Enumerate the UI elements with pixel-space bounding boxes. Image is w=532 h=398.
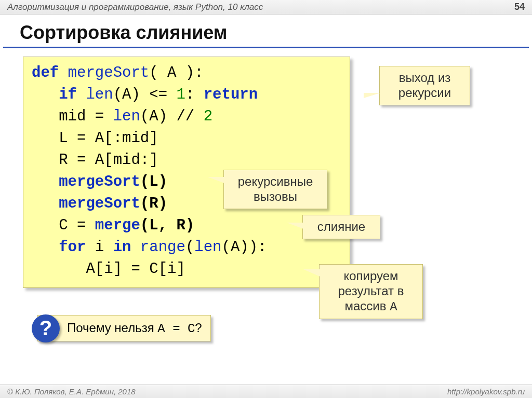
code-text: A[i] = C[i]: [32, 260, 185, 278]
code-fn-range: range: [131, 239, 185, 256]
callout-merge: слияние: [302, 215, 380, 239]
slide-header: Алгоритмизация и программирование, язык …: [0, 0, 532, 15]
code-text: (A)):: [222, 239, 267, 256]
slide-title: Сортировка слиянием: [3, 15, 529, 48]
code-fn-len: len: [113, 108, 140, 125]
callout-tail: [287, 223, 303, 229]
code-kw-if: if: [32, 86, 77, 103]
code-text: i: [86, 239, 113, 256]
subject-label: Алгоритмизация и программирование, язык …: [7, 2, 263, 12]
code-fn-len: len: [77, 86, 113, 103]
question-mark-icon: ?: [32, 314, 60, 342]
callout-code: A: [390, 300, 397, 314]
callout-copy-result: копируем результат в массив A: [319, 264, 423, 319]
code-num: 2: [204, 108, 212, 125]
slide-body: def mergeSort( A ): if len(A) <= 1: retu…: [0, 57, 532, 378]
page-number: 54: [514, 2, 525, 12]
question-block: ? Почему нельзя A = C?: [37, 315, 211, 341]
code-text: ( A ):: [149, 64, 203, 81]
code-text: (A) //: [140, 108, 204, 125]
code-text: [32, 173, 59, 190]
callout-tail: [208, 177, 224, 183]
question-text: ?: [195, 321, 202, 335]
code-kw-in: in: [113, 239, 131, 256]
callout-recursive-calls: рекурсивные вызовы: [223, 170, 327, 209]
callout-tail: [364, 93, 380, 98]
code-text: mid =: [32, 108, 113, 125]
footer-url: http://kpolyakov.spb.ru: [447, 387, 525, 396]
code-num: 1: [176, 86, 185, 103]
code-text: (A) <=: [113, 86, 177, 103]
code-call-mergesort: mergeSort: [59, 195, 140, 212]
code-text: (L, R): [140, 217, 194, 234]
code-fn-mergesort: mergeSort: [59, 64, 149, 81]
code-text: L = A[:mid]: [32, 130, 158, 147]
code-text: (L): [140, 173, 167, 190]
code-kw-def: def: [32, 64, 59, 81]
question-code: A = C: [157, 322, 195, 336]
code-text: :: [185, 86, 204, 103]
code-fn-len: len: [194, 239, 221, 256]
code-kw-return: return: [204, 86, 258, 103]
callout-text: копируем результат в: [338, 269, 404, 298]
callout-tail: [303, 269, 320, 277]
callout-text: массив: [344, 299, 390, 313]
callout-exit-recursion: выход из рекурсии: [379, 66, 470, 105]
code-text: C =: [32, 217, 95, 234]
code-text: [32, 195, 59, 212]
code-call-merge: merge: [95, 217, 140, 234]
code-text: (: [185, 239, 194, 256]
question-text: Почему нельзя: [67, 321, 157, 335]
code-text: (R): [140, 195, 167, 212]
code-kw-for: for: [32, 239, 86, 256]
copyright: © К.Ю. Поляков, Е.А. Ерёмин, 2018: [7, 387, 136, 396]
slide-footer: © К.Ю. Поляков, Е.А. Ерёмин, 2018 http:/…: [0, 385, 532, 398]
code-call-mergesort: mergeSort: [59, 173, 140, 190]
code-text: R = A[mid:]: [32, 152, 158, 169]
